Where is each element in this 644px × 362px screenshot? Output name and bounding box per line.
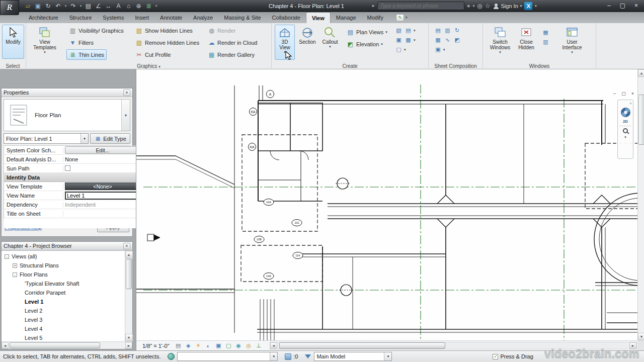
restore-button[interactable]: ▢: [616, 1, 629, 11]
legends-dropdown-icon[interactable]: ▾: [414, 29, 416, 32]
view-name-input[interactable]: [65, 192, 140, 200]
measure-icon[interactable]: ∠: [94, 1, 103, 11]
scroll-up-icon[interactable]: ▲: [638, 69, 644, 77]
tree-item-level-5[interactable]: Level 5: [2, 333, 125, 341]
scroll-up-icon[interactable]: ▲: [125, 251, 133, 258]
revisions-icon[interactable]: ↻: [453, 26, 461, 34]
tab-annotate[interactable]: Annotate: [154, 12, 188, 23]
worksets-icon[interactable]: [168, 353, 175, 360]
scroll-down-icon[interactable]: ▼: [125, 334, 133, 341]
default-3d-view-icon[interactable]: ⌂: [124, 1, 133, 11]
visual-style-icon[interactable]: ◈: [184, 342, 193, 350]
minimize-button[interactable]: –: [602, 1, 616, 11]
view-templates-button[interactable]: View Templates ▾: [29, 25, 60, 60]
filters-button[interactable]: ▼ Filters: [66, 37, 96, 48]
open-icon[interactable]: ▱: [23, 1, 33, 11]
search-icon[interactable]: ⌖: [467, 3, 470, 10]
close-button[interactable]: ×: [629, 1, 643, 11]
tab-insert[interactable]: Insert: [130, 12, 155, 23]
project-browser-close-icon[interactable]: ×: [123, 243, 130, 249]
press-drag-option[interactable]: ✓ Press & Drag: [493, 353, 533, 359]
tree-item-level-4[interactable]: Level 4: [2, 324, 125, 333]
reveal-constraints-icon[interactable]: ⊥: [255, 342, 263, 350]
view-scale-button[interactable]: 1/8" = 1'-0": [142, 343, 170, 349]
edit-color-scheme-button[interactable]: Edit...: [65, 146, 140, 154]
search-input[interactable]: [378, 3, 464, 9]
close-hidden-button[interactable]: Close Hidden: [514, 25, 538, 60]
expander-icon[interactable]: +: [13, 263, 17, 268]
graphics-panel-menu-icon[interactable]: ▾: [158, 65, 160, 68]
duplicate-view-icon[interactable]: ▣: [394, 36, 403, 44]
tab-structure[interactable]: Structure: [64, 12, 98, 23]
steering-wheel-icon[interactable]: [621, 108, 630, 117]
browser-h-scrollbar[interactable]: ◄ ►: [2, 341, 132, 349]
scrollbar-thumb[interactable]: [638, 95, 644, 145]
view-reference-icon[interactable]: ◩: [453, 36, 461, 44]
tree-item-corridor-parapet[interactable]: Corridor Parapet: [2, 288, 125, 297]
identity-data-section[interactable]: Identity Data ⌃: [4, 173, 142, 182]
sun-path-icon[interactable]: ☀: [194, 342, 203, 350]
user-interface-button[interactable]: User Interface ▾: [557, 25, 587, 60]
reveal-hidden-icon[interactable]: ◎: [245, 342, 253, 350]
application-menu-button[interactable]: R: [0, 0, 19, 15]
legends-icon[interactable]: ▤: [404, 26, 413, 34]
sign-in-button[interactable]: Sign In ▾: [493, 3, 522, 9]
browser-scrollbar[interactable]: ▲ ▼: [125, 251, 132, 341]
modify-button[interactable]: Modify: [2, 25, 24, 59]
elevation-button[interactable]: ◩ Elevation ▾: [344, 39, 385, 49]
thin-lines-button[interactable]: ≣ Thin Lines: [66, 49, 107, 60]
aligned-dimension-icon[interactable]: ↔: [104, 1, 113, 11]
viewport-dropdown-icon[interactable]: ▾: [443, 48, 445, 51]
schedules-icon[interactable]: ▦: [404, 36, 413, 44]
remove-hidden-lines-button[interactable]: ▨ Remove Hidden Lines: [133, 37, 202, 48]
tree-item-level-1[interactable]: Level 1: [2, 297, 125, 306]
scroll-right-icon[interactable]: ►: [125, 342, 132, 349]
type-selector[interactable]: Floor Plan ▾: [4, 99, 130, 131]
zoom-icon[interactable]: [623, 128, 628, 133]
view-minimize-icon[interactable]: –: [611, 90, 618, 97]
view-selector-combo[interactable]: Floor Plan: Level 1 ▾: [4, 133, 89, 144]
plan-views-button[interactable]: ▤ Plan Views ▾: [344, 27, 390, 37]
favorites-icon[interactable]: ☆: [485, 3, 491, 10]
save-icon[interactable]: ▣: [33, 1, 43, 11]
scope-box-icon[interactable]: ▢: [394, 45, 403, 53]
infocenter-chevron-icon[interactable]: ▸: [372, 3, 375, 8]
scrollbar-thumb[interactable]: [279, 342, 445, 349]
navbar-close-icon[interactable]: ×: [629, 102, 632, 106]
tab-view[interactable]: View: [306, 12, 331, 23]
tree-item-level-2[interactable]: Level 2: [2, 306, 125, 315]
visibility-graphics-button[interactable]: ▥ Visibility/ Graphics: [66, 25, 126, 36]
drafting-view-icon[interactable]: ▧: [394, 26, 403, 34]
tab-modify[interactable]: Modify: [362, 12, 389, 23]
project-browser-header[interactable]: Chapter 4 - Project Browser ×: [2, 242, 132, 250]
filter-icon[interactable]: [305, 354, 311, 358]
worksets-combo[interactable]: ▾: [177, 352, 278, 361]
print-icon[interactable]: ▤: [84, 1, 93, 11]
tab-manage[interactable]: Manage: [331, 12, 362, 23]
render-button[interactable]: ◍ Render: [205, 25, 238, 36]
tab-collaborate[interactable]: Collaborate: [267, 12, 306, 23]
properties-header[interactable]: Properties ×: [2, 88, 132, 97]
detail-level-icon[interactable]: ▤: [174, 342, 183, 350]
undo-dropdown-icon[interactable]: ▾: [63, 1, 68, 11]
sheet-icon[interactable]: ▤: [434, 26, 442, 34]
type-selector-dropdown-icon[interactable]: ▾: [121, 100, 130, 131]
tile-icon[interactable]: ▥: [541, 38, 550, 46]
scrollbar-thumb[interactable]: [10, 342, 100, 348]
crop-visibility-icon[interactable]: ▢: [224, 342, 233, 350]
sun-path-checkbox[interactable]: [65, 165, 70, 171]
switch-windows-button[interactable]: Switch Windows ▾: [487, 25, 513, 60]
design-options-combo[interactable]: Main Model ▾: [314, 352, 392, 361]
undo-icon[interactable]: ↶: [53, 1, 63, 11]
render-gallery-button[interactable]: ▦ Render Gallery: [205, 49, 257, 60]
tab-systems[interactable]: Systems: [97, 12, 129, 23]
section-button[interactable]: Section: [297, 25, 318, 60]
cascade-icon[interactable]: ▦: [541, 28, 550, 36]
matchline-icon[interactable]: ∿: [443, 36, 452, 44]
design-options-icon[interactable]: [285, 353, 291, 360]
expander-icon[interactable]: -: [5, 254, 9, 259]
canvas-v-scrollbar[interactable]: ▲ ▼: [637, 69, 644, 340]
cut-profile-button[interactable]: ✂ Cut Profile: [133, 49, 173, 60]
edit-type-button[interactable]: ▦ Edit Type: [90, 133, 130, 144]
tree-item-structural-plans[interactable]: + Structural Plans: [2, 261, 125, 270]
